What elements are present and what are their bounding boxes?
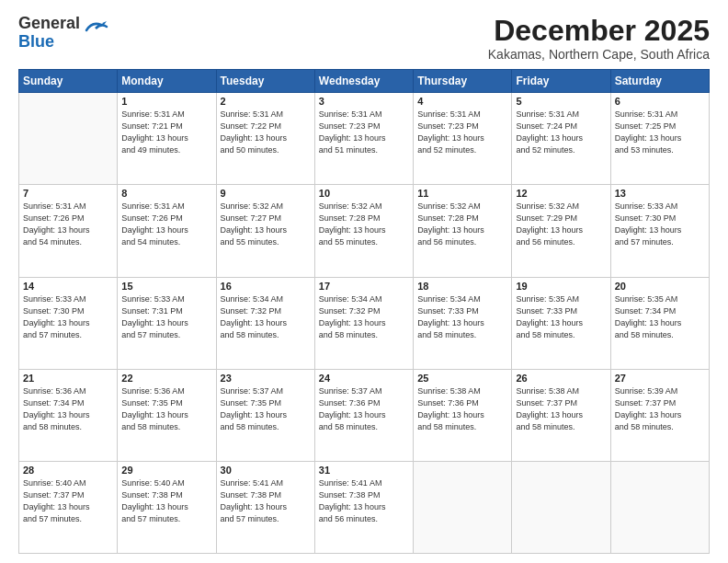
- day-number: 18: [417, 281, 507, 292]
- day-number: 2: [221, 96, 311, 107]
- day-info: Sunrise: 5:36 AMSunset: 7:34 PMDaylight:…: [23, 385, 113, 433]
- logo: General Blue: [18, 15, 108, 52]
- calendar-day-cell: 16Sunrise: 5:34 AMSunset: 7:32 PMDayligh…: [216, 277, 314, 369]
- day-info: Sunrise: 5:32 AMSunset: 7:29 PMDaylight:…: [516, 201, 606, 248]
- calendar-week-row: 14Sunrise: 5:33 AMSunset: 7:30 PMDayligh…: [19, 277, 710, 369]
- calendar-header-row: SundayMondayTuesdayWednesdayThursdayFrid…: [19, 70, 710, 93]
- day-info: Sunrise: 5:40 AMSunset: 7:37 PMDaylight:…: [23, 477, 113, 525]
- calendar-weekday-header: Friday: [512, 70, 610, 93]
- calendar-day-cell: 23Sunrise: 5:37 AMSunset: 7:35 PMDayligh…: [216, 369, 314, 461]
- calendar-day-cell: [610, 461, 709, 553]
- calendar-day-cell: 8Sunrise: 5:31 AMSunset: 7:26 PMDaylight…: [118, 185, 216, 277]
- day-info: Sunrise: 5:32 AMSunset: 7:28 PMDaylight:…: [417, 201, 507, 248]
- calendar-week-row: 21Sunrise: 5:36 AMSunset: 7:34 PMDayligh…: [19, 369, 710, 461]
- calendar-day-cell: [19, 93, 118, 185]
- day-info: Sunrise: 5:41 AMSunset: 7:38 PMDaylight:…: [221, 477, 311, 525]
- day-number: 15: [121, 281, 211, 292]
- day-number: 20: [615, 281, 705, 292]
- day-number: 29: [121, 465, 211, 476]
- day-info: Sunrise: 5:31 AMSunset: 7:23 PMDaylight:…: [319, 109, 409, 156]
- calendar-day-cell: 2Sunrise: 5:31 AMSunset: 7:22 PMDaylight…: [216, 93, 314, 185]
- calendar-day-cell: 4Sunrise: 5:31 AMSunset: 7:23 PMDaylight…: [414, 93, 512, 185]
- day-number: 11: [417, 188, 507, 199]
- day-number: 19: [516, 281, 606, 292]
- calendar-day-cell: 12Sunrise: 5:32 AMSunset: 7:29 PMDayligh…: [512, 185, 610, 277]
- day-info: Sunrise: 5:31 AMSunset: 7:25 PMDaylight:…: [615, 109, 705, 156]
- day-info: Sunrise: 5:32 AMSunset: 7:27 PMDaylight:…: [221, 201, 311, 248]
- calendar-day-cell: 28Sunrise: 5:40 AMSunset: 7:37 PMDayligh…: [19, 461, 118, 553]
- day-info: Sunrise: 5:34 AMSunset: 7:32 PMDaylight:…: [319, 293, 409, 341]
- calendar-day-cell: 10Sunrise: 5:32 AMSunset: 7:28 PMDayligh…: [314, 185, 413, 277]
- calendar-day-cell: 27Sunrise: 5:39 AMSunset: 7:37 PMDayligh…: [610, 369, 709, 461]
- calendar-weekday-header: Sunday: [19, 70, 118, 93]
- calendar-day-cell: 29Sunrise: 5:40 AMSunset: 7:38 PMDayligh…: [118, 461, 216, 553]
- day-info: Sunrise: 5:40 AMSunset: 7:38 PMDaylight:…: [121, 477, 211, 525]
- day-info: Sunrise: 5:31 AMSunset: 7:23 PMDaylight:…: [417, 109, 507, 156]
- day-number: 25: [417, 373, 507, 384]
- day-number: 1: [121, 96, 211, 107]
- day-number: 13: [615, 188, 705, 199]
- day-info: Sunrise: 5:37 AMSunset: 7:35 PMDaylight:…: [221, 385, 311, 433]
- calendar-day-cell: 21Sunrise: 5:36 AMSunset: 7:34 PMDayligh…: [19, 369, 118, 461]
- day-number: 17: [319, 281, 409, 292]
- day-number: 4: [417, 96, 507, 107]
- day-number: 26: [516, 373, 606, 384]
- day-number: 21: [23, 373, 113, 384]
- calendar-week-row: 1Sunrise: 5:31 AMSunset: 7:21 PMDaylight…: [19, 93, 710, 185]
- calendar-weekday-header: Monday: [118, 70, 216, 93]
- day-number: 6: [615, 96, 705, 107]
- day-number: 8: [121, 188, 211, 199]
- day-number: 24: [319, 373, 409, 384]
- day-number: 16: [221, 281, 311, 292]
- calendar-weekday-header: Saturday: [610, 70, 709, 93]
- calendar-weekday-header: Wednesday: [314, 70, 413, 93]
- day-number: 14: [23, 281, 113, 292]
- calendar-day-cell: 31Sunrise: 5:41 AMSunset: 7:38 PMDayligh…: [314, 461, 413, 553]
- page: General Blue December 2025 Kakamas, Nort…: [0, 0, 728, 563]
- calendar-day-cell: 9Sunrise: 5:32 AMSunset: 7:27 PMDaylight…: [216, 185, 314, 277]
- calendar-weekday-header: Tuesday: [216, 70, 314, 93]
- day-number: 30: [221, 465, 311, 476]
- calendar-day-cell: 6Sunrise: 5:31 AMSunset: 7:25 PMDaylight…: [610, 93, 709, 185]
- calendar-day-cell: 13Sunrise: 5:33 AMSunset: 7:30 PMDayligh…: [610, 185, 709, 277]
- calendar-weekday-header: Thursday: [414, 70, 512, 93]
- calendar-day-cell: [414, 461, 512, 553]
- day-number: 7: [23, 188, 113, 199]
- calendar-day-cell: 17Sunrise: 5:34 AMSunset: 7:32 PMDayligh…: [314, 277, 413, 369]
- day-info: Sunrise: 5:41 AMSunset: 7:38 PMDaylight:…: [319, 477, 409, 525]
- calendar-day-cell: 22Sunrise: 5:36 AMSunset: 7:35 PMDayligh…: [118, 369, 216, 461]
- day-info: Sunrise: 5:33 AMSunset: 7:31 PMDaylight:…: [121, 293, 211, 341]
- day-number: 12: [516, 188, 606, 199]
- day-info: Sunrise: 5:34 AMSunset: 7:32 PMDaylight:…: [221, 293, 311, 341]
- day-info: Sunrise: 5:35 AMSunset: 7:33 PMDaylight:…: [516, 293, 606, 341]
- day-info: Sunrise: 5:39 AMSunset: 7:37 PMDaylight:…: [615, 385, 705, 433]
- calendar-day-cell: 11Sunrise: 5:32 AMSunset: 7:28 PMDayligh…: [414, 185, 512, 277]
- title-block: December 2025 Kakamas, Northern Cape, So…: [488, 15, 710, 62]
- calendar-week-row: 28Sunrise: 5:40 AMSunset: 7:37 PMDayligh…: [19, 461, 710, 553]
- day-info: Sunrise: 5:36 AMSunset: 7:35 PMDaylight:…: [121, 385, 211, 433]
- calendar-table: SundayMondayTuesdayWednesdayThursdayFrid…: [18, 69, 710, 554]
- day-number: 3: [319, 96, 409, 107]
- day-number: 10: [319, 188, 409, 199]
- day-info: Sunrise: 5:31 AMSunset: 7:26 PMDaylight:…: [23, 201, 113, 248]
- calendar-day-cell: [512, 461, 610, 553]
- calendar-day-cell: 1Sunrise: 5:31 AMSunset: 7:21 PMDaylight…: [118, 93, 216, 185]
- logo-bird-icon: [83, 17, 108, 40]
- calendar-day-cell: 15Sunrise: 5:33 AMSunset: 7:31 PMDayligh…: [118, 277, 216, 369]
- day-number: 9: [221, 188, 311, 199]
- day-info: Sunrise: 5:34 AMSunset: 7:33 PMDaylight:…: [417, 293, 507, 341]
- calendar-day-cell: 18Sunrise: 5:34 AMSunset: 7:33 PMDayligh…: [414, 277, 512, 369]
- day-info: Sunrise: 5:33 AMSunset: 7:30 PMDaylight:…: [615, 201, 705, 248]
- calendar-week-row: 7Sunrise: 5:31 AMSunset: 7:26 PMDaylight…: [19, 185, 710, 277]
- day-number: 31: [319, 465, 409, 476]
- day-number: 28: [23, 465, 113, 476]
- day-info: Sunrise: 5:31 AMSunset: 7:22 PMDaylight:…: [221, 109, 311, 156]
- logo-general-text: General: [18, 14, 80, 32]
- day-info: Sunrise: 5:31 AMSunset: 7:24 PMDaylight:…: [516, 109, 606, 156]
- day-info: Sunrise: 5:31 AMSunset: 7:21 PMDaylight:…: [121, 109, 211, 156]
- day-number: 23: [221, 373, 311, 384]
- calendar-day-cell: 19Sunrise: 5:35 AMSunset: 7:33 PMDayligh…: [512, 277, 610, 369]
- day-info: Sunrise: 5:31 AMSunset: 7:26 PMDaylight:…: [121, 201, 211, 248]
- calendar-day-cell: 5Sunrise: 5:31 AMSunset: 7:24 PMDaylight…: [512, 93, 610, 185]
- day-number: 22: [121, 373, 211, 384]
